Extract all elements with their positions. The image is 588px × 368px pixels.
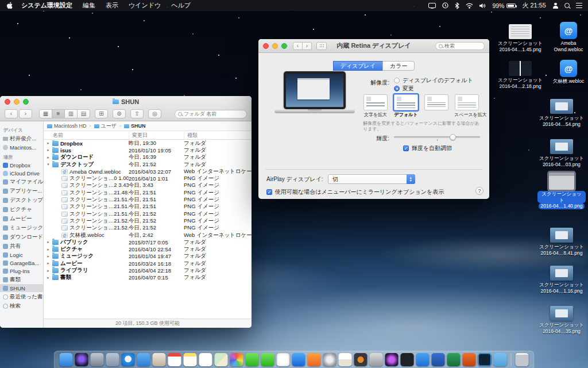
- resolution-thumbnail[interactable]: [455, 94, 479, 110]
- user-icon[interactable]: [552, 3, 558, 9]
- desktop-icon-screenshot-218[interactable]: スクリーンショット 2016-04…2.18.png: [496, 57, 544, 89]
- close-button[interactable]: [5, 99, 10, 105]
- table-row[interactable]: スクリーンショ…21.48.41.png 今日, 21:51 PNG イメージ: [44, 189, 252, 196]
- dock-word-icon[interactable]: [432, 353, 445, 366]
- airplay-select[interactable]: 切 ▲▼: [328, 174, 415, 184]
- icon-view-button[interactable]: ▦: [39, 109, 52, 118]
- disclosure-triangle-icon[interactable]: ▸: [46, 247, 51, 252]
- table-row[interactable]: 欠林横.webloc 今日, 2:42 Web インターネットロケーション: [44, 232, 252, 239]
- dock-ibooks-icon[interactable]: [308, 353, 321, 366]
- column-view-button[interactable]: ▥: [64, 109, 78, 118]
- dock-itunes-icon[interactable]: [277, 353, 290, 366]
- auto-brightness-checkbox[interactable]: [403, 145, 409, 151]
- sidebar-item-this-mac[interactable]: 村井俊介...: [0, 134, 43, 143]
- minimize-button[interactable]: [272, 43, 278, 49]
- disclosure-triangle-icon[interactable]: ▾: [46, 162, 51, 167]
- table-row[interactable]: スクリーンショ…21.52.35.png 今日, 21:52 PNG イメージ: [44, 225, 252, 232]
- table-row[interactable]: Ameba Ownd.webloc 2016/04/03 22:07 Web イ…: [44, 168, 252, 175]
- column-header-name[interactable]: 名前: [44, 132, 129, 139]
- forward-button[interactable]: ›: [19, 109, 32, 118]
- apple-menu[interactable]: [6, 2, 14, 9]
- menu-view[interactable]: 表示: [100, 1, 123, 10]
- arrange-button[interactable]: ⊞: [95, 109, 108, 118]
- tags-button[interactable]: ◎: [148, 109, 161, 118]
- dock-powerpoint-icon[interactable]: [463, 353, 476, 366]
- action-button[interactable]: ⊛: [113, 109, 126, 118]
- sidebar-item-search[interactable]: 検索: [0, 301, 43, 310]
- wifi-icon[interactable]: [466, 3, 473, 9]
- dock-finder-icon[interactable]: [60, 353, 73, 366]
- scaled-option-more-space-2[interactable]: スペースを拡大: [454, 94, 479, 118]
- dock-excel-icon[interactable]: [447, 353, 461, 366]
- column-header-kind[interactable]: 種類: [184, 132, 252, 139]
- table-row[interactable]: ▸ ムービー 2016/03/24 16:18 フォルダ: [44, 260, 252, 267]
- dock-logic-pro-icon[interactable]: [370, 353, 383, 366]
- sidebar-item-dropbox[interactable]: Dropbox: [0, 161, 43, 169]
- time-machine-icon[interactable]: [442, 2, 448, 9]
- prefs-title-bar[interactable]: ‹ › 内蔵 Retina ディスプレイ: [258, 39, 489, 53]
- prefs-search-input[interactable]: [444, 43, 481, 49]
- sidebar-item-macintosh-hd[interactable]: Macintos...: [0, 143, 43, 151]
- sidebar-item-shared[interactable]: 共有: [0, 241, 43, 251]
- desktop-icon-screenshot-116[interactable]: スクリーンショット 2016-04…1.16.png: [537, 262, 586, 294]
- sidebar-item-logic[interactable]: Logic: [0, 251, 43, 259]
- mirroring-checkbox[interactable]: [266, 189, 272, 195]
- column-header-date-modified[interactable]: 変更日: [129, 132, 184, 139]
- disclosure-triangle-icon[interactable]: ▸: [46, 141, 51, 145]
- desktop-icon-screenshot-140[interactable]: スクリーンショット 2016-04…1.40.png: [537, 171, 586, 209]
- resolution-thumbnail[interactable]: [424, 94, 448, 110]
- coverflow-view-button[interactable]: ▤: [77, 109, 90, 118]
- dock-downloads-folder-icon[interactable]: [494, 353, 507, 366]
- mirroring-option-row[interactable]: 使用可能な場合はメニューバーにミラーリングオプションを表示: [266, 188, 444, 196]
- brightness-slider[interactable]: [394, 133, 480, 140]
- disclosure-triangle-icon[interactable]: ▸: [46, 240, 51, 244]
- menu-edit[interactable]: 編集: [78, 1, 100, 10]
- table-row[interactable]: ▾ デスクトップ 今日, 21:52 フォルダ: [44, 161, 252, 168]
- auto-brightness-row[interactable]: 輝度を自動調節: [403, 144, 452, 152]
- table-row[interactable]: ▸ ダウンロード 今日, 16:39 フォルダ: [44, 154, 252, 161]
- sidebar-item-my-files[interactable]: マイファイル: [0, 177, 43, 186]
- table-row[interactable]: スクリーンショ…21.52.18.png 今日, 21:52 PNG イメージ: [44, 217, 252, 224]
- table-row[interactable]: ▸ パブリック 2015/07/17 0:05 フォルダ: [44, 239, 252, 246]
- notification-center-icon[interactable]: [576, 3, 582, 8]
- sidebar-item-movies[interactable]: ムービー: [0, 214, 43, 223]
- sidebar-item-plugins[interactable]: Plug-Ins: [0, 267, 43, 275]
- sidebar-item-garageband[interactable]: GarageBa...: [0, 259, 43, 267]
- radio-button[interactable]: [394, 86, 400, 91]
- back-button[interactable]: ‹: [5, 109, 18, 118]
- scaled-option-default[interactable]: デフォルト: [393, 94, 419, 118]
- spotlight-icon[interactable]: [564, 3, 570, 8]
- sidebar-item-downloads[interactable]: ダウンロード: [0, 232, 43, 241]
- scaled-option-more-space-1[interactable]: [424, 94, 449, 118]
- show-all-button[interactable]: [316, 42, 327, 50]
- dock-contacts-icon[interactable]: [153, 353, 166, 366]
- dock-mission-control-icon[interactable]: [106, 353, 119, 366]
- disclosure-triangle-icon[interactable]: ▸: [46, 254, 51, 259]
- menu-help[interactable]: ヘルプ: [166, 1, 196, 10]
- dock-photoshop-icon[interactable]: [478, 353, 492, 366]
- sidebar-item-recents[interactable]: 最近使った書類: [0, 292, 43, 301]
- minimize-button[interactable]: [14, 99, 20, 105]
- desktop-icon-kabayashi-webloc[interactable]: 欠林横.webloc: [544, 59, 588, 85]
- crumb-macintosh-hd[interactable]: Macintosh HD: [47, 123, 94, 129]
- bluetooth-icon[interactable]: [455, 2, 459, 9]
- dock-dictionary-icon[interactable]: [339, 353, 352, 366]
- desktop-icon-screenshot-54[interactable]: スクリーンショット 2016-04…54.png: [537, 95, 586, 127]
- dock-trash-icon[interactable]: [516, 353, 529, 366]
- sidebar-header-places[interactable]: 場所: [0, 151, 43, 161]
- table-row[interactable]: ▸ isus 2016/01/10 19:05 フォルダ: [44, 147, 252, 154]
- dock-system-preferences-icon[interactable]: [323, 353, 336, 366]
- sidebar-item-music[interactable]: ミュージック: [0, 223, 43, 232]
- radio-scaled[interactable]: 変更: [394, 85, 473, 93]
- crumb-shun[interactable]: SHUN: [124, 123, 146, 129]
- table-row[interactable]: ▸ ミュージック 2016/01/04 19:47 フォルダ: [44, 253, 252, 260]
- dock-reminders-icon[interactable]: [199, 353, 212, 366]
- close-button[interactable]: [263, 43, 269, 49]
- disclosure-triangle-icon[interactable]: ▸: [46, 155, 51, 160]
- tab-color[interactable]: カラー: [382, 61, 415, 71]
- sidebar-item-pictures[interactable]: ピクチャ: [0, 205, 43, 214]
- menu-bar-clock[interactable]: 火 21:55: [522, 1, 546, 10]
- radio-default-for-display[interactable]: ディスプレイのデフォルト: [394, 76, 473, 85]
- menu-system-preferences[interactable]: システム環境設定: [16, 1, 78, 10]
- table-row[interactable]: ▸ ライブラリ 2016/04/04 22:18 フォルダ: [44, 267, 252, 274]
